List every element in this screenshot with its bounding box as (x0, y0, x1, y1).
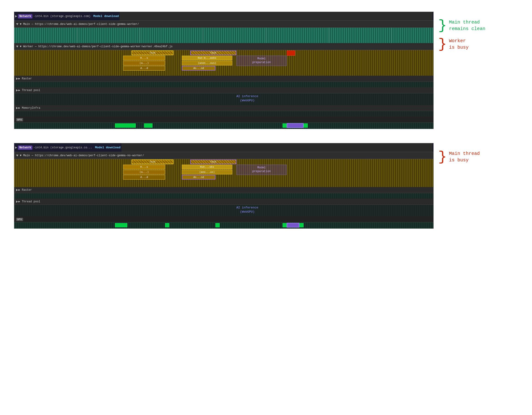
main-thread-header-2[interactable]: ▼ Main — https://chrome.dev/web-ai-demos… (14, 152, 433, 159)
raster-bg-1 (14, 82, 433, 87)
a-block-2: (a...) (123, 170, 165, 175)
worker-area-1: Task Task R...s Run m...asks (a...) (14, 50, 433, 76)
vline-4 (266, 28, 266, 43)
annot-label-red-2: Main thread is busy (449, 150, 480, 164)
raster-row-2[interactable]: ▶ Raster (14, 187, 433, 193)
network-label-1: Network (18, 14, 32, 18)
vline-5 (329, 28, 329, 43)
ai-inference-label-2: AI inference (WebGPU) (236, 206, 258, 214)
main-thread-label-2: ▼ Main — https://chrome.dev/web-ai-demos… (20, 154, 144, 157)
network-timeline-2 (122, 143, 432, 152)
run-sks-block-2: Run...sks (182, 165, 232, 169)
dond-block-1: do...nd (182, 66, 215, 71)
collapse-main-icon-2[interactable] (16, 155, 19, 157)
annotation-main-clean: } Main thread remains clean (438, 19, 485, 33)
annotations-2: } Main thread is busy (438, 143, 480, 171)
gpu-green-2a (115, 223, 128, 227)
vline-1 (77, 28, 77, 43)
collapse-worker-icon[interactable] (16, 46, 19, 47)
dd-block-1: d...d (123, 66, 165, 71)
gpu-green-2b (165, 223, 169, 227)
gpu-area-1 (14, 123, 433, 129)
red-block-1 (287, 51, 295, 56)
raster-area-1 (14, 82, 433, 87)
rs-block-2: R...s (123, 165, 165, 169)
network-url-1: -int4.bin (storage.googleapis.com) (33, 15, 90, 18)
dd-block-2: d...d (123, 175, 165, 180)
gpu-green-1 (115, 123, 136, 128)
vline-2 (140, 28, 140, 43)
main-thread-label-1: ▼ Main — https://chrome.dev/web-ai-demos… (20, 23, 139, 26)
task-block-2: Task (190, 51, 236, 55)
raster-area-2 (14, 193, 433, 199)
network-row-1: Network -int4.bin (storage.googleapis.co… (14, 12, 433, 21)
ai-inference-label-1: AI inference (WebGPU) (236, 94, 258, 103)
model-download-2: Model download (95, 146, 120, 149)
model-prep-2: Model preparation (236, 165, 287, 175)
gpu-label-1: GPU (16, 118, 23, 121)
brace-green-1: } (438, 19, 447, 33)
thread-pool-area-1: AI inference (WebGPU) (14, 93, 433, 105)
raster-row-1[interactable]: ▶ Raster (14, 76, 433, 82)
network-label-2: Network (18, 146, 32, 150)
expand-raster-icon[interactable] (16, 78, 18, 80)
gpu-bg-1 (14, 123, 433, 129)
expand-network-icon-2[interactable] (15, 147, 17, 149)
memory-infra-area-1 (14, 111, 433, 117)
model-download-1: Model download (93, 14, 119, 18)
collapse-main-icon[interactable] (16, 23, 19, 25)
network-url-2: -int4.bin (storage.googleapis.co... (33, 146, 92, 149)
thread-pool-area-2: AI inference (WebGPU) (14, 205, 433, 216)
gpu-bg-2 (14, 222, 433, 229)
raster-bg-2 (14, 193, 433, 199)
panel-1: Network -int4.bin (storage.googleapis.co… (14, 12, 518, 129)
main-container: Network -int4.bin (storage.googleapis.co… (5, 5, 527, 236)
gpu-row-label-1: GPU (14, 117, 433, 123)
network-timeline-1 (120, 12, 432, 20)
main-thread-area-1 (14, 28, 433, 43)
memory-infra-bg-1 (14, 111, 433, 117)
expand-thread-icon-2[interactable] (16, 201, 18, 203)
expand-thread-icon[interactable] (16, 89, 18, 92)
rs-block-1: R...s (123, 56, 165, 60)
gpu-area-2 (14, 222, 433, 229)
thread-pool-bg-1 (14, 93, 433, 105)
trace-panel-2: Network -int4.bin (storage.googleapis.co… (14, 143, 434, 229)
thread-pool-row-2[interactable]: ▶ Thread pool (14, 199, 433, 205)
task-block-2b: Task (190, 159, 236, 164)
worker-label-1: ▼ Worker — https://chrome.dev/web-ai-dem… (20, 45, 172, 48)
vline-3 (203, 28, 203, 43)
worker-header-1[interactable]: ▼ Worker — https://chrome.dev/web-ai-dem… (14, 43, 433, 50)
brace-red-1: } (438, 37, 447, 51)
a-block-1: (a...) (123, 61, 165, 65)
annotation-main-busy: } Main thread is busy (438, 150, 480, 164)
task-block-2a: Task (132, 159, 173, 164)
thread-pool-row-1[interactable]: ▶ Thread pool (14, 87, 433, 93)
vline-6 (391, 28, 392, 43)
panel-2: Network -int4.bin (storage.googleapis.co… (14, 143, 518, 229)
anon-block-1: (anon...ous) (182, 61, 232, 65)
model-prep-1: Model preparation (236, 56, 287, 66)
expand-memory-icon[interactable] (16, 107, 18, 109)
gpu-label-2: GPU (16, 218, 23, 221)
gpu-purple-2 (287, 223, 299, 228)
gpu-row-label-2: GPU (14, 216, 433, 222)
expand-network-icon[interactable] (15, 15, 17, 18)
thread-pool-bg-2 (14, 205, 433, 216)
network-row-2: Network -int4.bin (storage.googleapis.co… (14, 143, 433, 152)
memory-infra-row-1[interactable]: ▶ MemoryInfra (14, 105, 433, 111)
trace-panel-1: Network -int4.bin (storage.googleapis.co… (14, 12, 434, 129)
dond-block-2: do...nd (182, 175, 215, 180)
annot-label-red-1: Worker is busy (449, 38, 469, 51)
annot-label-green-1: Main thread remains clean (449, 19, 485, 32)
gpu-green-2 (144, 123, 152, 128)
anon-block-2: (ano...us) (182, 170, 232, 175)
expand-raster-icon-2[interactable] (16, 189, 18, 191)
annotation-worker-busy: } Worker is busy (438, 37, 485, 51)
brace-red-2: } (438, 150, 447, 164)
main-thread-busy-area-2: Task Task R...s Run...sks (a...) (14, 159, 433, 187)
task-block-1: Task (132, 51, 173, 55)
run-masks-block-1: Run m...asks (182, 56, 232, 60)
main-thread-header-1[interactable]: ▼ Main — https://chrome.dev/web-ai-demos… (14, 21, 433, 28)
gpu-purple-1 (287, 123, 304, 128)
